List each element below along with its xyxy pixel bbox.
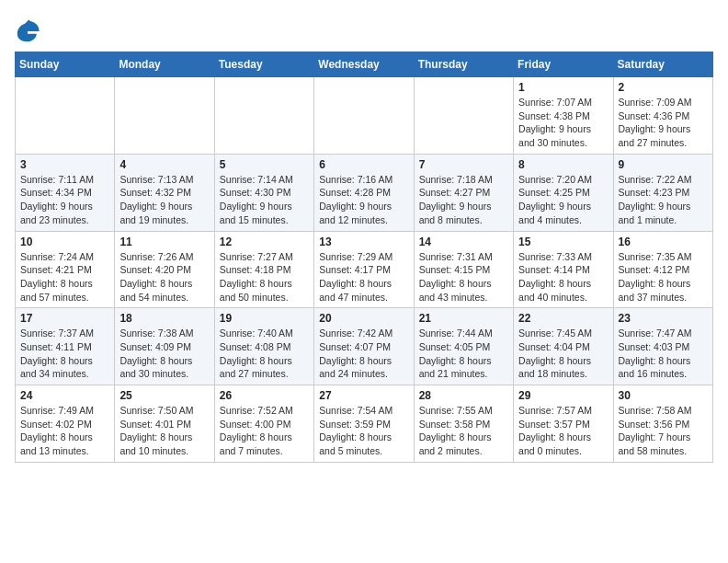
day-info: Sunrise: 7:44 AM Sunset: 4:05 PM Dayligh…: [419, 327, 508, 381]
calendar-cell: 7Sunrise: 7:18 AM Sunset: 4:27 PM Daylig…: [414, 154, 513, 231]
calendar-table: SundayMondayTuesdayWednesdayThursdayFrid…: [15, 52, 713, 463]
day-info: Sunrise: 7:31 AM Sunset: 4:15 PM Dayligh…: [419, 250, 508, 304]
day-number: 10: [20, 236, 109, 248]
day-info: Sunrise: 7:18 AM Sunset: 4:27 PM Dayligh…: [419, 173, 508, 227]
calendar-cell: 9Sunrise: 7:22 AM Sunset: 4:23 PM Daylig…: [613, 154, 712, 231]
calendar-cell: 2Sunrise: 7:09 AM Sunset: 4:36 PM Daylig…: [613, 77, 712, 155]
weekday-header: Tuesday: [214, 52, 313, 77]
day-info: Sunrise: 7:24 AM Sunset: 4:21 PM Dayligh…: [20, 250, 109, 304]
calendar-cell: 26Sunrise: 7:52 AM Sunset: 4:00 PM Dayli…: [214, 385, 313, 463]
day-number: 14: [419, 236, 508, 248]
calendar-cell: 22Sunrise: 7:45 AM Sunset: 4:04 PM Dayli…: [514, 308, 613, 385]
day-info: Sunrise: 7:37 AM Sunset: 4:11 PM Dayligh…: [20, 327, 109, 381]
day-number: 30: [619, 389, 708, 402]
day-number: 24: [20, 389, 109, 402]
day-info: Sunrise: 7:47 AM Sunset: 4:03 PM Dayligh…: [619, 327, 708, 381]
calendar-cell: 11Sunrise: 7:26 AM Sunset: 4:20 PM Dayli…: [115, 231, 214, 308]
day-number: 17: [20, 312, 109, 325]
day-number: 15: [518, 236, 608, 248]
calendar-week-row: 24Sunrise: 7:49 AM Sunset: 4:02 PM Dayli…: [16, 385, 713, 463]
calendar-cell: [414, 77, 513, 155]
day-info: Sunrise: 7:22 AM Sunset: 4:23 PM Dayligh…: [619, 173, 708, 227]
day-number: 7: [419, 158, 508, 171]
day-info: Sunrise: 7:42 AM Sunset: 4:07 PM Dayligh…: [319, 327, 408, 381]
day-number: 9: [619, 158, 708, 171]
weekday-header: Friday: [514, 52, 613, 77]
calendar-cell: [16, 77, 115, 155]
day-info: Sunrise: 7:58 AM Sunset: 3:56 PM Dayligh…: [619, 404, 708, 458]
day-number: 8: [518, 158, 608, 171]
calendar-cell: 29Sunrise: 7:57 AM Sunset: 3:57 PM Dayli…: [514, 385, 613, 463]
calendar-header-row: SundayMondayTuesdayWednesdayThursdayFrid…: [16, 52, 713, 77]
day-number: 28: [419, 389, 508, 402]
calendar-week-row: 17Sunrise: 7:37 AM Sunset: 4:11 PM Dayli…: [16, 308, 713, 385]
day-info: Sunrise: 7:14 AM Sunset: 4:30 PM Dayligh…: [220, 173, 309, 227]
day-number: 26: [220, 389, 309, 402]
day-number: 3: [20, 158, 109, 171]
calendar-cell: 23Sunrise: 7:47 AM Sunset: 4:03 PM Dayli…: [613, 308, 712, 385]
day-number: 22: [518, 312, 608, 325]
calendar-cell: 27Sunrise: 7:54 AM Sunset: 3:59 PM Dayli…: [314, 385, 414, 463]
day-info: Sunrise: 7:54 AM Sunset: 3:59 PM Dayligh…: [319, 404, 408, 458]
day-info: Sunrise: 7:11 AM Sunset: 4:34 PM Dayligh…: [20, 173, 109, 227]
day-info: Sunrise: 7:50 AM Sunset: 4:01 PM Dayligh…: [119, 404, 209, 458]
day-number: 13: [319, 236, 408, 248]
day-info: Sunrise: 7:07 AM Sunset: 4:38 PM Dayligh…: [518, 96, 608, 150]
calendar-cell: 14Sunrise: 7:31 AM Sunset: 4:15 PM Dayli…: [414, 231, 513, 308]
weekday-header: Monday: [115, 52, 214, 77]
day-number: 18: [119, 312, 209, 325]
logo-icon: [15, 18, 40, 44]
calendar-cell: 18Sunrise: 7:38 AM Sunset: 4:09 PM Dayli…: [115, 308, 214, 385]
day-info: Sunrise: 7:55 AM Sunset: 3:58 PM Dayligh…: [419, 404, 508, 458]
calendar-cell: 25Sunrise: 7:50 AM Sunset: 4:01 PM Dayli…: [115, 385, 214, 463]
calendar-cell: [314, 77, 414, 155]
calendar-cell: 19Sunrise: 7:40 AM Sunset: 4:08 PM Dayli…: [214, 308, 313, 385]
day-info: Sunrise: 7:09 AM Sunset: 4:36 PM Dayligh…: [619, 96, 708, 150]
calendar-cell: 17Sunrise: 7:37 AM Sunset: 4:11 PM Dayli…: [16, 308, 115, 385]
day-number: 29: [518, 389, 608, 402]
day-number: 6: [319, 158, 408, 171]
calendar-cell: 1Sunrise: 7:07 AM Sunset: 4:38 PM Daylig…: [514, 77, 613, 155]
calendar-cell: 4Sunrise: 7:13 AM Sunset: 4:32 PM Daylig…: [115, 154, 214, 231]
day-number: 5: [220, 158, 309, 171]
day-info: Sunrise: 7:20 AM Sunset: 4:25 PM Dayligh…: [518, 173, 608, 227]
weekday-header: Wednesday: [314, 52, 414, 77]
calendar-week-row: 10Sunrise: 7:24 AM Sunset: 4:21 PM Dayli…: [16, 231, 713, 308]
calendar-cell: 10Sunrise: 7:24 AM Sunset: 4:21 PM Dayli…: [16, 231, 115, 308]
day-info: Sunrise: 7:52 AM Sunset: 4:00 PM Dayligh…: [220, 404, 309, 458]
day-number: 21: [419, 312, 508, 325]
day-info: Sunrise: 7:35 AM Sunset: 4:12 PM Dayligh…: [619, 250, 708, 304]
day-number: 11: [119, 236, 209, 248]
calendar-cell: 16Sunrise: 7:35 AM Sunset: 4:12 PM Dayli…: [613, 231, 712, 308]
day-number: 25: [119, 389, 209, 402]
day-number: 23: [619, 312, 708, 325]
day-info: Sunrise: 7:49 AM Sunset: 4:02 PM Dayligh…: [20, 404, 109, 458]
weekday-header: Thursday: [414, 52, 513, 77]
day-number: 1: [518, 81, 608, 94]
calendar-cell: 6Sunrise: 7:16 AM Sunset: 4:28 PM Daylig…: [314, 154, 414, 231]
day-info: Sunrise: 7:27 AM Sunset: 4:18 PM Dayligh…: [220, 250, 309, 304]
day-number: 2: [619, 81, 708, 94]
calendar-cell: 24Sunrise: 7:49 AM Sunset: 4:02 PM Dayli…: [16, 385, 115, 463]
calendar-cell: [115, 77, 214, 155]
calendar-cell: 12Sunrise: 7:27 AM Sunset: 4:18 PM Dayli…: [214, 231, 313, 308]
day-info: Sunrise: 7:57 AM Sunset: 3:57 PM Dayligh…: [518, 404, 608, 458]
day-number: 20: [319, 312, 408, 325]
calendar-cell: 28Sunrise: 7:55 AM Sunset: 3:58 PM Dayli…: [414, 385, 513, 463]
weekday-header: Sunday: [16, 52, 115, 77]
day-info: Sunrise: 7:29 AM Sunset: 4:17 PM Dayligh…: [319, 250, 408, 304]
calendar-cell: 8Sunrise: 7:20 AM Sunset: 4:25 PM Daylig…: [514, 154, 613, 231]
day-info: Sunrise: 7:33 AM Sunset: 4:14 PM Dayligh…: [518, 250, 608, 304]
calendar-cell: [214, 77, 313, 155]
calendar-cell: 20Sunrise: 7:42 AM Sunset: 4:07 PM Dayli…: [314, 308, 414, 385]
calendar-week-row: 3Sunrise: 7:11 AM Sunset: 4:34 PM Daylig…: [16, 154, 713, 231]
calendar-week-row: 1Sunrise: 7:07 AM Sunset: 4:38 PM Daylig…: [16, 77, 713, 155]
day-info: Sunrise: 7:16 AM Sunset: 4:28 PM Dayligh…: [319, 173, 408, 227]
calendar-cell: 5Sunrise: 7:14 AM Sunset: 4:30 PM Daylig…: [214, 154, 313, 231]
calendar-cell: 15Sunrise: 7:33 AM Sunset: 4:14 PM Dayli…: [514, 231, 613, 308]
calendar-cell: 30Sunrise: 7:58 AM Sunset: 3:56 PM Dayli…: [613, 385, 712, 463]
day-number: 19: [220, 312, 309, 325]
calendar-cell: 13Sunrise: 7:29 AM Sunset: 4:17 PM Dayli…: [314, 231, 414, 308]
day-info: Sunrise: 7:13 AM Sunset: 4:32 PM Dayligh…: [119, 173, 209, 227]
calendar-cell: 21Sunrise: 7:44 AM Sunset: 4:05 PM Dayli…: [414, 308, 513, 385]
